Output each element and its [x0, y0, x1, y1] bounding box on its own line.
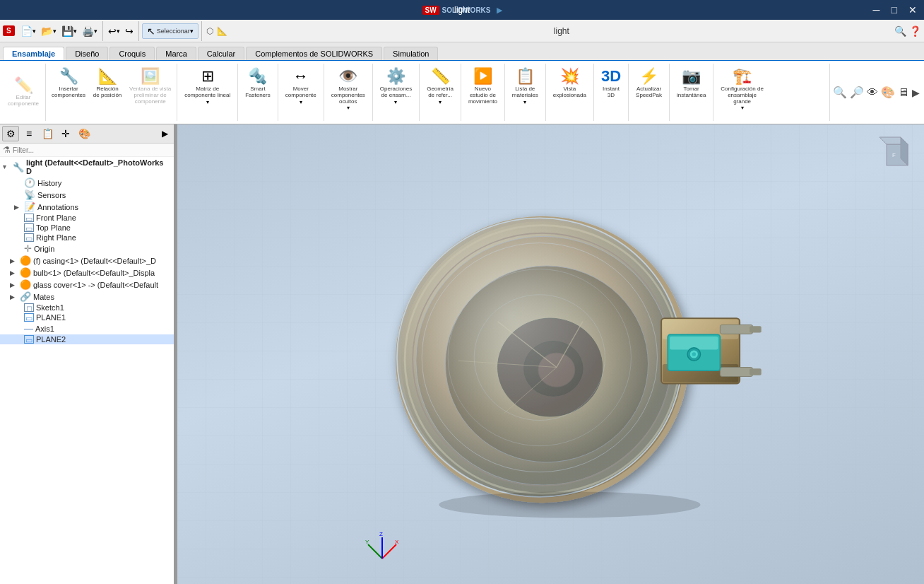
- tree-item-plane1[interactable]: ▭ PLANE1: [0, 313, 174, 322]
- tree-item-sensors[interactable]: 📡 Sensors: [0, 189, 174, 201]
- tab-diseno[interactable]: Diseño: [66, 47, 108, 60]
- panel-icon-tabs: ⚙ ≡ 📋 ✛ 🎨 ▶: [0, 124, 174, 144]
- svg-rect-23: [750, 326, 762, 332]
- close-btn[interactable]: ✕: [904, 4, 921, 16]
- edit-component-btn[interactable]: ✏️ Editarcomponente: [6, 74, 41, 110]
- panel-icon-render[interactable]: 🎨: [76, 126, 93, 141]
- mostrar-ocultos-btn[interactable]: 👁️ Mostrarcomponentesocultos ▾: [328, 65, 368, 113]
- view-icons-right: 🔍 🔎 👁 🎨 🖥 ▶: [829, 64, 923, 121]
- tree-item-origin[interactable]: ✛ Origin: [0, 243, 174, 255]
- ribbon-group-insert: 🔧 Insertarcomponentes 📐 Relaciónde posic…: [46, 64, 177, 121]
- lista-materiales-btn[interactable]: 📋 Lista demateriales ▾: [509, 65, 541, 107]
- svg-text:F: F: [892, 152, 896, 158]
- tab-ensamblaje[interactable]: Ensamblaje: [3, 47, 64, 60]
- nuevo-estudio-btn[interactable]: ▶️ Nuevoestudio demovimiento: [466, 65, 500, 107]
- ribbon-group-speedpak: ⚡ ActualizarSpeedPak: [629, 64, 670, 121]
- tree-item-axis1[interactable]: — Axis1: [0, 322, 174, 334]
- open-btn[interactable]: 📂▾: [39, 24, 59, 38]
- insertar-componentes-btn[interactable]: 🔧 Insertarcomponentes: [49, 65, 88, 107]
- tree-item-plane2[interactable]: ▭ PLANE2: [0, 334, 174, 344]
- svg-point-30: [439, 491, 700, 518]
- select-tool[interactable]: ↖ Seleccionar ▾: [142, 23, 199, 39]
- appearance-icon[interactable]: 🎨: [881, 86, 895, 99]
- svg-text:X: X: [395, 539, 399, 545]
- vista-explosionada-btn[interactable]: 💥 Vistaexplosionada: [550, 65, 589, 101]
- ribbon-group-explosion: 💥 Vistaexplosionada: [546, 64, 594, 121]
- title-bar: SW SOLIDWORKS ▶ light ─ □ ✕: [0, 0, 924, 20]
- relacion-posicion-btn[interactable]: 📐 Relaciónde posición: [90, 65, 125, 107]
- tree-item-history[interactable]: 🕐 History: [0, 177, 174, 189]
- maximize-btn[interactable]: □: [887, 4, 901, 16]
- tree-item-glass-cover[interactable]: ▶ 🟠 glass cover<1> -> (Default<<Default: [0, 279, 174, 291]
- panel-icon-list[interactable]: ≡: [20, 126, 37, 141]
- 3d-icon: ⬡: [206, 26, 213, 36]
- ribbon-group-fasteners: 🔩 SmartFasteners: [238, 64, 278, 121]
- tab-marca[interactable]: Marca: [156, 47, 196, 60]
- ribbon-group-geometria: 📏 Geometríade refer... ▾: [420, 64, 461, 121]
- ventana-vista-btn[interactable]: 🖼️ Ventana de vistapreliminar decomponen…: [126, 65, 174, 107]
- feature-tree-panel: ⚙ ≡ 📋 ✛ 🎨 ▶ ⚗ ▾ 🔧 light (Default<<Defaul…: [0, 124, 175, 584]
- feature-tree: ▾ 🔧 light (Default<<Default>_PhotoWorks …: [0, 157, 174, 584]
- ribbon-group-snapshot: 📷 Tomarinstantánea: [670, 64, 713, 121]
- panel-expand-btn[interactable]: ▶: [158, 126, 172, 141]
- search-components-icon[interactable]: 🔍: [833, 86, 847, 99]
- tab-simulation[interactable]: Simulation: [384, 47, 438, 60]
- sw-logo-small: S: [3, 25, 15, 36]
- tree-item-annotations[interactable]: ▶ 📝 Annotations: [0, 201, 174, 213]
- hide-icon[interactable]: 👁: [867, 86, 878, 99]
- tree-item-sketch1[interactable]: ◻ Sketch1: [0, 303, 174, 313]
- print-btn[interactable]: 🖨️▾: [80, 24, 100, 38]
- ribbon-group-operaciones: ⚙️ Operacionesde ensam... ▾: [373, 64, 420, 121]
- more-icon[interactable]: ▶: [912, 87, 920, 98]
- mover-componente-btn[interactable]: ↔️ Movercomponente ▾: [283, 65, 319, 107]
- filter-icon[interactable]: 🔎: [850, 86, 864, 99]
- command-manager-tabs: Ensamblaje Diseño Croquis Marca Calcular…: [0, 42, 924, 61]
- svg-line-36: [368, 544, 382, 559]
- tree-item-mates[interactable]: ▶ 🔗 Mates: [0, 291, 174, 303]
- sketch-icon: 📐: [217, 26, 227, 36]
- speedpak-btn[interactable]: ⚡ ActualizarSpeedPak: [633, 65, 665, 101]
- 3d-viewport[interactable]: F X Y Z: [177, 124, 924, 584]
- tree-item-right-plane[interactable]: ▭ Right Plane: [0, 233, 174, 243]
- filter-icon: ⚗: [3, 145, 11, 155]
- axis-triad: X Y Z: [365, 530, 400, 567]
- config-ensamblaje-btn[interactable]: 🏗️ Configuración deensamblajegrande ▾: [718, 65, 766, 113]
- search-icon[interactable]: 🔍: [894, 25, 906, 37]
- tree-item-top-plane[interactable]: ▭ Top Plane: [0, 223, 174, 233]
- tab-complementos[interactable]: Complementos de SOLIDWORKS: [246, 47, 382, 60]
- ribbon-group-edit: ✏️ Editarcomponente: [1, 64, 46, 121]
- help-icon[interactable]: ❓: [909, 25, 921, 37]
- 3d-model: [336, 177, 802, 531]
- svg-rect-21: [720, 325, 752, 334]
- instant3d-btn[interactable]: 3D Instant3D: [598, 65, 624, 101]
- window-title: light: [454, 5, 470, 15]
- panel-icon-settings[interactable]: ⚙: [2, 126, 19, 141]
- new-btn[interactable]: 📄▾: [18, 24, 38, 38]
- operaciones-btn[interactable]: ⚙️ Operacionesde ensam... ▾: [377, 65, 415, 107]
- tree-item-front-plane[interactable]: ▭ Front Plane: [0, 213, 174, 223]
- undo-btn[interactable]: ↩▾: [106, 24, 122, 38]
- ribbon-group-materiales: 📋 Lista demateriales ▾: [505, 64, 546, 121]
- matriz-componente-btn[interactable]: ⊞ Matriz decomponente lineal ▾: [182, 65, 233, 107]
- ribbon-group-mostrar: 👁️ Mostrarcomponentesocultos ▾: [324, 64, 373, 121]
- redo-btn[interactable]: ↪: [123, 24, 136, 38]
- snapshot-btn[interactable]: 📷 Tomarinstantánea: [674, 65, 709, 101]
- svg-point-13: [396, 218, 682, 496]
- svg-rect-24: [750, 368, 762, 375]
- view-cube[interactable]: F: [876, 130, 918, 173]
- filter-input[interactable]: [13, 146, 171, 154]
- tree-root[interactable]: ▾ 🔧 light (Default<<Default>_PhotoWorks …: [0, 157, 174, 177]
- geometria-btn[interactable]: 📏 Geometríade refer... ▾: [424, 65, 456, 107]
- svg-line-35: [382, 544, 396, 559]
- tab-calcular[interactable]: Calcular: [198, 47, 244, 60]
- tree-item-casing[interactable]: ▶ 🟠 (f) casing<1> (Default<<Default>_D: [0, 255, 174, 267]
- tab-croquis[interactable]: Croquis: [109, 47, 155, 60]
- panel-icon-plus[interactable]: ✛: [57, 126, 74, 141]
- tree-item-bulb[interactable]: ▶ 🟠 bulb<1> (Default<<Default>_Displa: [0, 267, 174, 279]
- minimize-btn[interactable]: ─: [869, 4, 884, 16]
- panel-icon-config[interactable]: 📋: [39, 126, 56, 141]
- ribbon-group-matriz: ⊞ Matriz decomponente lineal ▾: [177, 64, 238, 121]
- display-icon[interactable]: 🖥: [898, 86, 909, 99]
- save-btn[interactable]: 💾▾: [59, 24, 79, 38]
- smart-fasteners-btn[interactable]: 🔩 SmartFasteners: [242, 65, 273, 101]
